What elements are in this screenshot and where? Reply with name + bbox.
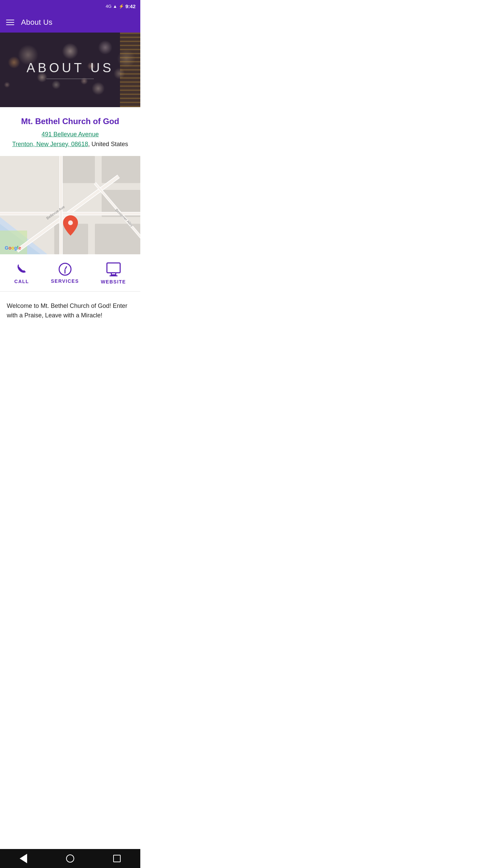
battery-icon: ⚡ — [119, 4, 124, 9]
menu-button[interactable] — [6, 20, 14, 25]
app-bar-title: About Us — [21, 18, 53, 27]
website-button[interactable]: WEBSITE — [101, 262, 126, 284]
signal-icon: ▲ — [113, 4, 117, 9]
phone-icon — [16, 263, 27, 276]
church-info: Mt. Bethel Church of God 491 Bellevue Av… — [0, 107, 140, 149]
status-bar: 4G ▲ ⚡ 9:42 — [0, 0, 140, 12]
hero-text: ABOUT US — [26, 61, 114, 79]
welcome-section: Welcome to Mt. Bethel Church of God! Ent… — [0, 292, 140, 334]
network-label: 4G — [106, 4, 111, 9]
address-block: 491 Bellevue Avenue Trenton, New Jersey,… — [7, 130, 134, 149]
svg-rect-3 — [0, 231, 27, 254]
church-name: Mt. Bethel Church of God — [7, 117, 134, 126]
services-label: SERVICES — [51, 278, 79, 284]
address-line1[interactable]: 491 Bellevue Avenue — [7, 130, 134, 139]
svg-rect-5 — [102, 156, 140, 183]
map-svg: Bellevue Ave Bessemer Alley Google — [0, 156, 140, 254]
action-buttons-row: CALL SERVICES WEBSITE — [0, 254, 140, 292]
website-label: WEBSITE — [101, 279, 126, 284]
app-bar: About Us — [0, 12, 140, 33]
welcome-text: Welcome to Mt. Bethel Church of God! Ent… — [7, 301, 134, 321]
svg-rect-4 — [61, 156, 95, 183]
monitor-icon — [106, 262, 121, 276]
time-display: 9:42 — [125, 3, 136, 9]
clock-icon — [59, 263, 72, 276]
svg-text:Google: Google — [5, 245, 21, 251]
status-icons: 4G ▲ ⚡ 9:42 — [106, 3, 136, 9]
hero-title: ABOUT US — [26, 61, 114, 75]
map[interactable]: Bellevue Ave Bessemer Alley Google — [0, 156, 140, 254]
svg-point-20 — [68, 220, 73, 225]
call-label: CALL — [14, 279, 29, 284]
address-line2[interactable]: Trenton, New Jersey, 08618 — [12, 141, 88, 147]
hero-divider — [46, 79, 94, 79]
address-country: , United States — [88, 141, 128, 147]
services-button[interactable]: SERVICES — [51, 263, 79, 284]
hero-banner: ABOUT US — [0, 33, 140, 107]
call-button[interactable]: CALL — [14, 263, 29, 284]
